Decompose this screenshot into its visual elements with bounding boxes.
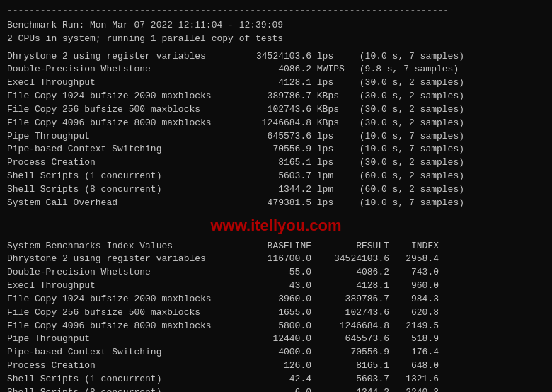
bench-note: (10.0 s, 7 samples) (354, 130, 464, 144)
bench-value: 389786.7 (241, 90, 311, 103)
bench-note: (9.8 s, 7 samples) (354, 63, 459, 76)
bench-note: (30.0 s, 2 samples) (354, 103, 464, 117)
bench-value: 70556.9 (241, 143, 311, 156)
bench-note: (60.0 s, 2 samples) (354, 183, 464, 197)
bench-unit: KBps (311, 103, 354, 117)
bench-unit: lps (311, 197, 354, 210)
bench-row: Pipe Throughput 645573.6 lps (10.0 s, 7 … (7, 130, 545, 144)
terminal-output: ----------------------------------------… (7, 4, 545, 392)
table-header: System Benchmarks Index ValuesBASELINERE… (7, 240, 545, 253)
bench-label: System Call Overhead (7, 197, 241, 210)
bench-row: Shell Scripts (8 concurrent) 1344.2 lpm … (7, 183, 545, 197)
bench-label: File Copy 256 bufsize 500 maxblocks (7, 103, 241, 117)
header-line1: Benchmark Run: Mon Mar 07 2022 12:11:04 … (7, 19, 545, 33)
table-row: Pipe-based Context Switching 4000.070556… (7, 346, 545, 359)
bench-row: Dhrystone 2 using register variables 345… (7, 50, 545, 64)
bench-label: Process Creation (7, 156, 241, 170)
bench-unit: lpm (311, 183, 354, 197)
bench-note: (30.0 s, 2 samples) (354, 90, 464, 103)
bench-note: (30.0 s, 2 samples) (354, 76, 464, 90)
bench-label: Execl Throughput (7, 76, 241, 90)
table-row: Pipe Throughput 12440.0645573.6518.9 (7, 333, 545, 346)
benchmark-list: Dhrystone 2 using register variables 345… (7, 50, 545, 210)
bench-value: 4128.1 (241, 76, 311, 90)
bench-unit: lps (311, 156, 354, 170)
bench-unit: lps (311, 50, 354, 64)
bench-unit: MWIPS (311, 63, 354, 76)
watermark: www.itellyou.com (7, 214, 545, 237)
bench-unit: lps (311, 76, 354, 90)
bench-unit: lps (311, 130, 354, 144)
bench-value: 5603.7 (241, 170, 311, 183)
bench-row: Execl Throughput 4128.1 lps (30.0 s, 2 s… (7, 76, 545, 90)
bench-unit: lpm (311, 170, 354, 183)
table-row: Shell Scripts (8 concurrent) 6.01344.222… (7, 386, 545, 392)
bench-label: Shell Scripts (8 concurrent) (7, 183, 241, 197)
bench-row: Double-Precision Whetstone 4086.2 MWIPS … (7, 63, 545, 76)
index-table: System Benchmarks Index ValuesBASELINERE… (7, 240, 545, 392)
bench-note: (10.0 s, 7 samples) (354, 197, 464, 210)
bench-note: (10.0 s, 7 samples) (354, 143, 464, 156)
bench-value: 645573.6 (241, 130, 311, 144)
bench-value: 102743.6 (241, 103, 311, 117)
table-row: File Copy 1024 bufsize 2000 maxblocks396… (7, 293, 545, 306)
bench-note: (30.0 s, 2 samples) (354, 117, 464, 130)
header-section: Benchmark Run: Mon Mar 07 2022 12:11:04 … (7, 19, 545, 46)
table-row: Shell Scripts (1 concurrent) 42.45603.71… (7, 373, 545, 386)
top-divider: ----------------------------------------… (7, 4, 545, 18)
bench-label: Pipe Throughput (7, 130, 241, 144)
bench-unit: KBps (311, 90, 354, 103)
bench-row: File Copy 4096 bufsize 8000 maxblocks 12… (7, 117, 545, 130)
table-row: Execl Throughput 43.04128.1960.0 (7, 279, 545, 293)
bench-value: 8165.1 (241, 156, 311, 170)
bench-row: Pipe-based Context Switching 70556.9 lps… (7, 143, 545, 156)
bench-row: System Call Overhead 479381.5 lps (10.0 … (7, 197, 545, 210)
bench-row: Shell Scripts (1 concurrent) 5603.7 lpm … (7, 170, 545, 183)
bench-unit: KBps (311, 117, 354, 130)
bench-label: File Copy 4096 bufsize 8000 maxblocks (7, 117, 241, 130)
bench-label: Pipe-based Context Switching (7, 143, 241, 156)
table-row: File Copy 4096 bufsize 8000 maxblocks580… (7, 320, 545, 333)
table-row: Process Creation 126.08165.1648.0 (7, 359, 545, 373)
bench-value: 4086.2 (241, 63, 311, 76)
bench-label: Dhrystone 2 using register variables (7, 50, 241, 64)
bench-value: 34524103.6 (241, 50, 311, 64)
bench-value: 1246684.8 (241, 117, 311, 130)
table-row: File Copy 256 bufsize 500 maxblocks 1655… (7, 306, 545, 320)
bench-note: (10.0 s, 7 samples) (354, 50, 464, 64)
bench-row: File Copy 256 bufsize 500 maxblocks 1027… (7, 103, 545, 117)
bench-label: File Copy 1024 bufsize 2000 maxblocks (7, 90, 241, 103)
table-row: Double-Precision Whetstone 55.04086.2743… (7, 266, 545, 279)
bench-label: Double-Precision Whetstone (7, 63, 241, 76)
bench-note: (30.0 s, 2 samples) (354, 156, 464, 170)
bench-row: Process Creation 8165.1 lps (30.0 s, 2 s… (7, 156, 545, 170)
bench-unit: lps (311, 143, 354, 156)
header-line2: 2 CPUs in system; running 1 parallel cop… (7, 33, 545, 46)
bench-note: (60.0 s, 2 samples) (354, 170, 464, 183)
bench-value: 1344.2 (241, 183, 311, 197)
bench-label: Shell Scripts (1 concurrent) (7, 170, 241, 183)
bench-row: File Copy 1024 bufsize 2000 maxblocks 38… (7, 90, 545, 103)
bench-value: 479381.5 (241, 197, 311, 210)
table-row: Dhrystone 2 using register variables1167… (7, 253, 545, 266)
